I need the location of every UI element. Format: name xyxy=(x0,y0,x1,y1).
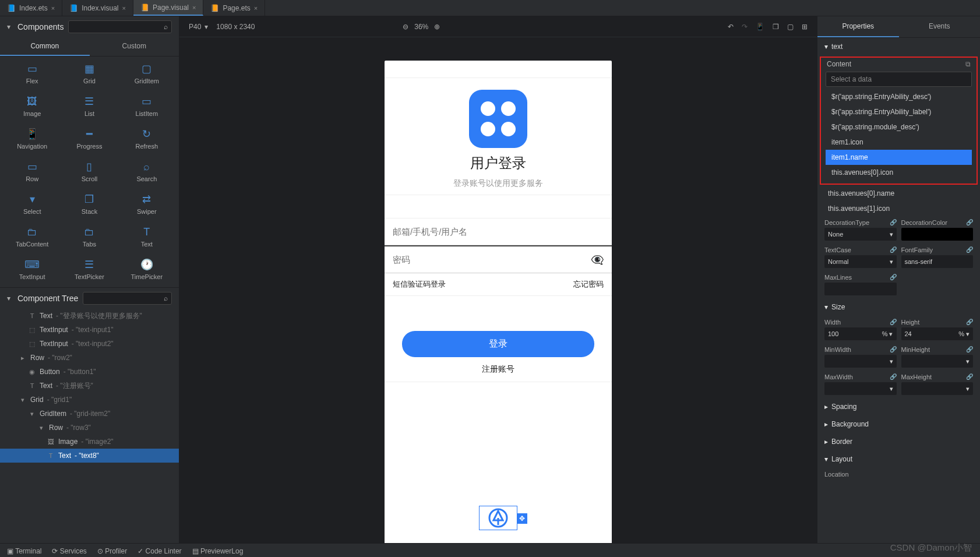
tree-node-button[interactable]: ◉Button- "button1" xyxy=(0,365,179,379)
maxlines-input[interactable] xyxy=(824,283,897,295)
width-input[interactable]: 100% ▾ xyxy=(824,327,897,340)
component-tabcontent[interactable]: 🗀TabContent xyxy=(5,223,59,251)
component-select[interactable]: ▾Select xyxy=(5,191,59,218)
close-icon[interactable]: × xyxy=(51,5,55,12)
register-link[interactable]: 注册账号 xyxy=(385,362,612,382)
component-timepicker[interactable]: 🕐TimePicker xyxy=(119,256,174,284)
component-image[interactable]: 🖼Image xyxy=(5,93,59,121)
tab-events[interactable]: Events xyxy=(899,16,981,37)
fontfamily-input[interactable]: sans-serif xyxy=(901,255,974,268)
chevron-down-icon[interactable]: ▾ xyxy=(7,294,13,302)
component-listitem[interactable]: ▭ListItem xyxy=(119,93,174,121)
redo-icon[interactable]: ↷ xyxy=(742,23,748,31)
tree-node-image[interactable]: 🖼Image- "image2" xyxy=(0,435,179,449)
component-refresh[interactable]: ↻Refresh xyxy=(119,125,174,153)
tree-node-griditem[interactable]: ▾GridItem- "grid-item2" xyxy=(0,407,179,421)
tab-properties[interactable]: Properties xyxy=(817,16,899,37)
tree-node-text[interactable]: TText- "text8" xyxy=(0,449,179,463)
selected-element-text8[interactable]: ✥ xyxy=(479,506,517,530)
minwidth-input[interactable]: ▾ xyxy=(824,355,897,368)
dropdown-option[interactable]: this.avenues[1].icon xyxy=(817,201,980,216)
email-input[interactable] xyxy=(385,218,612,245)
link-icon[interactable]: 🔗 xyxy=(890,219,897,226)
component-grid[interactable]: ▦Grid xyxy=(62,60,117,88)
tab-custom[interactable]: Custom xyxy=(90,37,179,56)
decoration-type-select[interactable]: None▾ xyxy=(824,228,897,241)
component-scroll[interactable]: ▯Scroll xyxy=(62,158,117,186)
move-handle-icon[interactable]: ✥ xyxy=(517,513,527,524)
component-griditem[interactable]: ▢GridItem xyxy=(119,60,174,88)
dropdown-option[interactable]: $r('app.string.EntryAbility_desc') xyxy=(826,89,972,104)
component-tabs[interactable]: 🗀Tabs xyxy=(62,223,117,251)
link-icon[interactable]: 🔗 xyxy=(966,219,973,226)
component-stack[interactable]: ❐Stack xyxy=(62,191,117,218)
link-icon[interactable]: 🔗 xyxy=(890,274,897,281)
login-button[interactable]: 登录 xyxy=(402,331,594,357)
dropdown-option[interactable]: this.avenues[0].icon xyxy=(826,165,972,180)
maxheight-input[interactable]: ▾ xyxy=(901,382,974,395)
component-navigation[interactable]: 📱Navigation xyxy=(5,125,59,153)
profiler-tab[interactable]: ⊙ Profiler xyxy=(97,547,127,555)
section-spacing[interactable]: ▸Spacing xyxy=(817,398,980,415)
section-text[interactable]: ▾text xyxy=(817,38,980,55)
tree-node-grid[interactable]: ▾Grid- "grid1" xyxy=(0,393,179,407)
minheight-input[interactable]: ▾ xyxy=(901,355,974,368)
component-progress[interactable]: ━Progress xyxy=(62,125,117,153)
component-textinput[interactable]: ⌨TextInput xyxy=(5,256,59,284)
tab-page-visual[interactable]: 📙Page.visual× xyxy=(133,0,203,16)
device-selector[interactable]: P40▾ xyxy=(189,23,208,31)
codelinter-tab[interactable]: ✓ Code Linter xyxy=(138,547,181,555)
tree-search[interactable]: ⌕ xyxy=(83,292,172,305)
close-icon[interactable]: × xyxy=(192,4,196,11)
link-icon[interactable]: 🔗 xyxy=(890,246,897,253)
zoom-in-icon[interactable]: ⊕ xyxy=(434,23,440,31)
tree-node-row[interactable]: ▾Row- "row3" xyxy=(0,421,179,435)
undo-icon[interactable]: ↶ xyxy=(728,23,734,31)
decoration-color-swatch[interactable] xyxy=(901,228,974,241)
component-flex[interactable]: ▭Flex xyxy=(5,60,59,88)
section-border[interactable]: ▸Border xyxy=(817,433,980,450)
tree-node-row[interactable]: ▸Row- "row2" xyxy=(0,351,179,365)
overlap-icon[interactable]: ❐ xyxy=(773,23,779,31)
grid-icon[interactable]: ⊞ xyxy=(802,23,808,31)
tab-index-visual[interactable]: 📘Index.visual× xyxy=(62,0,133,16)
device-icon[interactable]: 📱 xyxy=(756,23,764,31)
content-input[interactable]: Select a data xyxy=(826,72,972,87)
section-size[interactable]: ▾Size xyxy=(817,298,980,316)
link-icon[interactable]: 🔗 xyxy=(966,246,973,253)
tab-common[interactable]: Common xyxy=(0,37,90,56)
component-swiper[interactable]: ⇄Swiper xyxy=(119,191,174,218)
eye-off-icon[interactable]: 👁‍🗨 xyxy=(591,253,604,266)
square-icon[interactable]: ▢ xyxy=(787,23,794,31)
previewerlog-tab[interactable]: ▤ PreviewerLog xyxy=(192,547,244,555)
services-tab[interactable]: ⟳ Services xyxy=(52,547,86,555)
forgot-password-link[interactable]: 忘记密码 xyxy=(573,279,604,290)
section-layout[interactable]: ▾Layout xyxy=(817,450,980,468)
dropdown-option[interactable]: $r('app.string.module_desc') xyxy=(826,119,972,135)
components-search[interactable]: ⌕ xyxy=(68,20,172,33)
dropdown-option[interactable]: item1.name xyxy=(826,150,972,165)
zoom-out-icon[interactable]: ⊖ xyxy=(403,23,408,31)
tree-node-textinput[interactable]: ⬚TextInput- "text-input1" xyxy=(0,323,179,337)
close-icon[interactable]: × xyxy=(122,5,126,12)
copy-icon[interactable]: ⧉ xyxy=(965,60,971,68)
section-background[interactable]: ▸Background xyxy=(817,415,980,433)
dropdown-option[interactable]: this.avenues[0].name xyxy=(817,186,980,201)
password-input[interactable] xyxy=(385,246,591,273)
tree-node-text[interactable]: TText- "登录账号以使用更多服务" xyxy=(0,309,179,323)
tree-node-text[interactable]: TText- "注册账号" xyxy=(0,379,179,393)
maxwidth-input[interactable]: ▾ xyxy=(824,382,897,395)
component-list[interactable]: ☰List xyxy=(62,93,117,121)
tree-node-textinput[interactable]: ⬚TextInput- "text-input2" xyxy=(0,337,179,351)
component-row[interactable]: ▭Row xyxy=(5,158,59,186)
chevron-down-icon[interactable]: ▾ xyxy=(7,23,13,31)
component-text[interactable]: TText xyxy=(119,223,174,251)
component-search[interactable]: ⌕Search xyxy=(119,158,174,186)
phone-preview[interactable]: 用户登录 登录账号以使用更多服务 👁‍🗨 短信验证码登录 忘记密码 登录 注册账… xyxy=(385,61,612,543)
dropdown-option[interactable]: $r('app.string.EntryAbility_label') xyxy=(826,104,972,119)
height-input[interactable]: 24% ▾ xyxy=(901,327,974,340)
sms-login-link[interactable]: 短信验证码登录 xyxy=(393,279,446,290)
tab-index-ets[interactable]: 📘Index.ets× xyxy=(0,0,62,16)
dropdown-option[interactable]: item1.icon xyxy=(826,135,972,150)
terminal-tab[interactable]: ▣ Terminal xyxy=(7,547,41,555)
